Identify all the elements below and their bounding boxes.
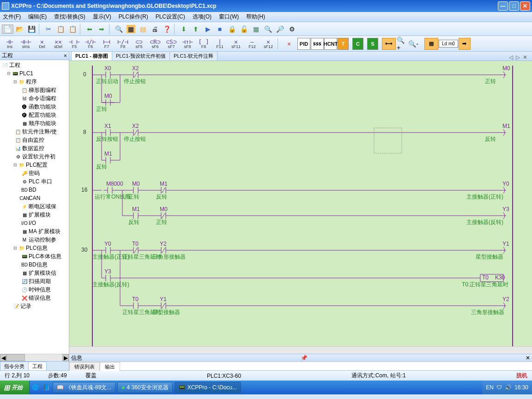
tree-record[interactable]: 📝记录 [0,302,69,310]
info-tab-output[interactable]: 输出 [100,362,120,371]
sidebar-scrollbar[interactable]: ◀ ▶ [0,354,69,361]
tree-item[interactable]: M运动控制参 [0,236,69,244]
tab-comment[interactable]: PLC1-软元件注释 [169,51,218,60]
tree-item[interactable]: ⚙设置软元件初 [0,152,69,161]
save-button[interactable]: 💾 [26,24,37,35]
ql-browser[interactable]: 🌐 [30,382,41,393]
ladder-btn-f8[interactable]: [ ]F8 [196,36,212,51]
ladder-btn-f6[interactable]: ⊣/⊢F6 [83,36,98,51]
stop-button[interactable]: ■ [214,24,225,35]
tree-plc[interactable]: ⊟📟PLC1 [0,69,69,78]
tree-item[interactable]: 📟PLC本体信息 [0,252,69,260]
sidetab-instructions[interactable]: 指令分类 [0,362,29,370]
ladder-btn-f11[interactable]: |F11 [212,36,228,51]
print-button[interactable]: 🖨 [149,24,160,35]
tree-item[interactable]: 📋梯形图编程 [0,86,69,94]
tab-ladder[interactable]: PLC1 - 梯形图 [71,51,112,60]
open-button[interactable]: 📂 [14,24,25,35]
new-button[interactable]: 📄 [2,24,13,35]
tool-b[interactable]: ▤ [137,24,148,35]
menu-plc-op[interactable]: PLC操作(R) [119,13,148,21]
c-button[interactable]: C [352,38,363,50]
menu-edit[interactable]: 编辑(E) [28,13,47,21]
link-button[interactable]: ⟷ [382,38,396,50]
undo-button[interactable]: ⬅ [84,24,95,35]
ladder-btn-sf12[interactable]: ✕sF12 [260,36,276,51]
tab-preset[interactable]: PLC1-预设软元件初值 [112,51,170,60]
info-pin-icon[interactable]: 📌 [301,355,308,361]
tree-root[interactable]: 📄工程 [0,61,69,69]
task-item-2[interactable]: ●4 360安全浏览器 [117,382,172,393]
ladder-btn-sins[interactable]: ⊣⊢⊢sIns [18,36,34,51]
tree-item[interactable]: 🕐时钟信息 [0,285,69,294]
tree-item[interactable]: ▦顺序功能块 [0,119,69,127]
tree-item[interactable]: 📋自由监控 [0,136,69,144]
info-close-icon[interactable]: ✕ [526,355,530,361]
pulse-button[interactable]: 𝗌𝗌𝗌 [311,38,324,50]
tree-item[interactable]: 📊数据监控 [0,144,69,152]
tree-item[interactable]: Id命令语编程 [0,94,69,103]
find-button[interactable]: 🔍 [113,24,124,35]
tree-item[interactable]: ▦扩展模块 [0,211,69,219]
ladder-btn-f12[interactable]: —F12 [244,36,260,51]
menu-view[interactable]: 显示(V) [93,13,111,21]
tree-item[interactable]: BDBD信息 [0,260,69,269]
menu-options[interactable]: 选项(O) [193,13,212,21]
tree-item[interactable]: ▦MA 扩展模块 [0,227,69,236]
ld-input[interactable]: Ld m0 [439,40,458,48]
task-item-3[interactable]: 📟XCPPro - C:\Docu... [175,382,241,393]
redo-button[interactable]: ➡ [96,24,107,35]
tab-next-icon[interactable]: ▷ [516,54,520,60]
tree-program[interactable]: ⊟📁程序 [0,78,69,86]
ladder-scrollbar[interactable] [69,346,532,354]
minimize-button[interactable]: — [498,1,508,11]
tray-icon-1[interactable]: 🛡 [496,384,502,391]
start-button[interactable]: ⊞ 开始 [0,381,30,394]
tree-item[interactable]: ❌错误信息 [0,294,69,302]
ladder-icon[interactable]: ▤ [424,38,438,50]
ladder-btn-sdel[interactable]: ✕✕sDel [50,36,66,51]
lock-button[interactable]: 🔒 [226,24,237,35]
ladder-btn-f5[interactable]: ⊣ ⊢F5 [66,36,82,51]
copy-button[interactable]: 📋 [55,24,66,35]
tray-icon-2[interactable]: 🔊 [505,384,512,391]
help-button[interactable]: ❓ [161,24,172,35]
tab-prev-icon[interactable]: ◁ [509,54,513,60]
exec-button[interactable]: ➡ [459,38,471,50]
unlock-button[interactable]: 🔓 [238,24,249,35]
project-tree[interactable]: 📄工程 ⊟📟PLC1 ⊟📁程序 📋梯形图编程Id命令语编程🅒函数功能块🅟配置功能… [0,60,69,354]
xref-button[interactable]: ✕ [281,36,297,51]
ladder-btn-ins[interactable]: ⊣⊢Ins [2,36,18,51]
ladder-btn-f8[interactable]: ⊢/⊣F8 [115,36,131,51]
ql-app[interactable]: 📘 [41,382,52,393]
hcnt-button[interactable]: HCNT [324,38,337,50]
ladder-btn-del[interactable]: ✕Del [34,36,50,51]
maximize-button[interactable]: □ [509,1,519,11]
menu-window[interactable]: 窗口(W) [219,13,239,21]
menu-help[interactable]: 帮助(H) [246,13,265,21]
upload-button[interactable]: ⬆ [190,24,201,35]
tab-close-icon[interactable]: ✕ [523,54,527,60]
menu-file[interactable]: 文件(F) [3,13,21,21]
tree-plc-config[interactable]: ⊟📁PLC配置 [0,161,69,169]
tree-plc-info[interactable]: ⊟📁PLC信息 [0,244,69,252]
sidetab-project[interactable]: 工程 [28,362,47,370]
comm-button[interactable]: ⚙ [286,24,297,35]
ladder-btn-sf6[interactable]: ⊂R⊃sF6 [147,36,163,51]
paste-button[interactable]: 📋 [67,24,78,35]
grid-button[interactable]: ▦ [250,24,261,35]
ime-indicator[interactable]: EN [486,384,494,391]
close-button[interactable]: ✕ [520,1,530,11]
s-button[interactable]: S [367,38,378,50]
ladder-btn-sf11[interactable]: ✕sF11 [228,36,244,51]
ladder-btn-sf8[interactable]: ⊣↑⊢sF8 [180,36,195,51]
tree-item[interactable]: BDBD [0,186,69,194]
zoom-in-button[interactable]: 🔍+ [396,38,407,49]
tree-item[interactable]: 🔄扫描周期 [0,277,69,285]
tree-item[interactable]: CANCAN [0,194,69,202]
pid-button[interactable]: PID [297,38,310,50]
zoom-b-button[interactable]: 🔎 [274,24,285,35]
t-button[interactable]: T [338,38,349,50]
menu-search[interactable]: 查找\替换(S) [54,13,85,21]
tool-a[interactable]: ▦ [125,24,136,35]
